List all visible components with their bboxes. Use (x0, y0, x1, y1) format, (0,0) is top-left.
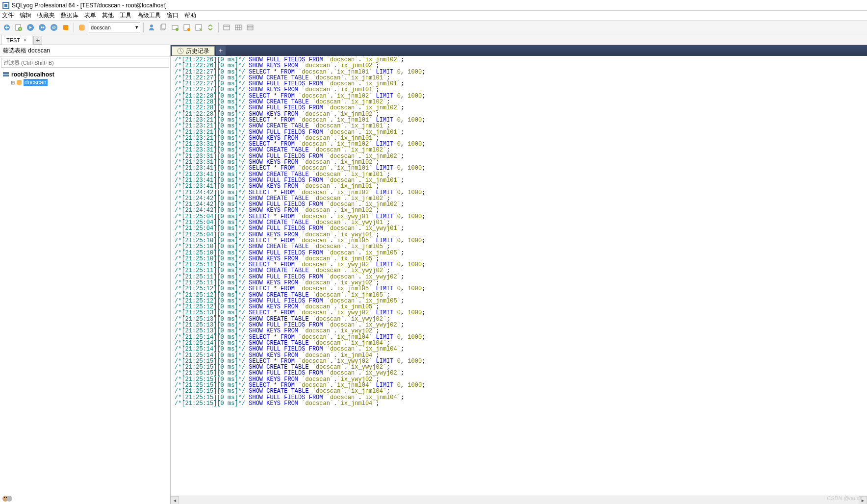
watermark: CSDN @ou.cs (827, 495, 862, 501)
svg-point-35 (6, 497, 7, 498)
tool3-icon[interactable] (194, 23, 204, 32)
menu-table[interactable]: 表单 (84, 11, 96, 20)
menu-favorites[interactable]: 收藏夹 (37, 11, 55, 20)
connection-tab-bar: TEST ✕ + (0, 34, 867, 45)
new-connection-icon[interactable] (2, 23, 12, 32)
database-icon (16, 79, 22, 85)
execute-all-icon[interactable] (37, 23, 47, 32)
window-title: SQLyog Professional 64 - [TEST/docscan -… (12, 2, 167, 9)
toolbar: docscan ▾ (0, 21, 867, 34)
menu-other[interactable]: 其他 (102, 11, 114, 20)
form-icon[interactable] (245, 23, 255, 32)
database-selector[interactable]: docscan ▾ (89, 23, 140, 32)
svg-rect-9 (63, 25, 68, 30)
menu-advtools[interactable]: 高级工具 (137, 11, 161, 20)
menu-window[interactable]: 窗口 (167, 11, 178, 20)
content-tab-bar: 历史记录 + (171, 45, 867, 56)
object-browser: 筛选表格 docscan root@localhost ⊞ docscan (0, 45, 171, 504)
close-icon[interactable]: ✕ (23, 37, 27, 43)
svg-rect-29 (3, 75, 9, 76)
svg-rect-13 (162, 24, 166, 29)
title-bar: SQLyog Professional 64 - [TEST/docscan -… (0, 0, 867, 11)
tree-root[interactable]: root@localhost (3, 71, 167, 78)
execute-icon[interactable] (26, 23, 35, 32)
database-selector-value: docscan (91, 25, 111, 30)
app-icon (2, 1, 10, 9)
system-tray (0, 493, 16, 504)
tray-icon[interactable] (2, 494, 14, 504)
new-query-icon[interactable] (14, 23, 24, 32)
schema-tree[interactable]: root@localhost ⊞ docscan (0, 69, 170, 88)
svg-point-17 (187, 28, 190, 31)
add-connection-tab[interactable]: + (33, 36, 42, 45)
window-icon[interactable] (222, 23, 231, 32)
object-browser-header: 筛选表格 docscan (0, 45, 170, 57)
add-content-tab[interactable]: + (216, 46, 226, 55)
svg-point-34 (4, 497, 5, 498)
history-icon (177, 48, 184, 54)
separator (218, 23, 219, 32)
expand-icon[interactable]: ⊞ (11, 80, 15, 85)
menu-file[interactable]: 文件 (2, 11, 14, 20)
menu-bar: 文件 编辑 收藏夹 数据库 表单 其他 工具 高级工具 窗口 帮助 (0, 11, 867, 21)
history-tab-label: 历史记录 (186, 47, 209, 55)
svg-rect-2 (4, 4, 7, 7)
menu-edit[interactable]: 编辑 (20, 11, 31, 20)
sync-icon[interactable] (205, 23, 215, 32)
menu-help[interactable]: 帮助 (184, 11, 196, 20)
stop-icon[interactable] (61, 23, 71, 32)
horizontal-scrollbar[interactable]: ◄ ► (171, 496, 867, 504)
tree-schema[interactable]: ⊞ docscan (3, 78, 167, 86)
copy-icon[interactable] (158, 23, 168, 32)
tree-root-label: root@localhost (11, 71, 54, 78)
grid-icon[interactable] (233, 23, 243, 32)
connection-tab-label: TEST (6, 37, 20, 43)
refresh-icon[interactable] (49, 23, 59, 32)
separator (143, 23, 144, 32)
history-log[interactable]: /*[21:22:26][0 ms]*/ SHOW FULL FIELDS FR… (171, 56, 867, 496)
svg-rect-28 (3, 72, 9, 74)
scroll-left-icon[interactable]: ◄ (171, 496, 179, 504)
svg-rect-25 (247, 25, 253, 30)
tree-schema-label: docscan (24, 79, 48, 86)
server-icon (3, 72, 10, 77)
separator (74, 23, 74, 32)
tool1-icon[interactable] (170, 23, 180, 32)
svg-rect-19 (224, 25, 230, 30)
tool2-icon[interactable] (182, 23, 192, 32)
chevron-down-icon: ▾ (135, 24, 138, 30)
svg-point-11 (150, 25, 153, 27)
db-icon[interactable] (77, 23, 87, 32)
connection-tab[interactable]: TEST ✕ (1, 35, 32, 45)
svg-point-33 (6, 496, 12, 502)
menu-database[interactable]: 数据库 (61, 11, 78, 20)
content-pane: 历史记录 + /*[21:22:26][0 ms]*/ SHOW FULL FI… (171, 45, 867, 504)
filter-input[interactable] (1, 58, 169, 68)
svg-point-15 (176, 28, 178, 31)
user-icon[interactable] (147, 23, 156, 32)
menu-tools[interactable]: 工具 (120, 11, 131, 20)
history-tab[interactable]: 历史记录 (172, 46, 215, 56)
